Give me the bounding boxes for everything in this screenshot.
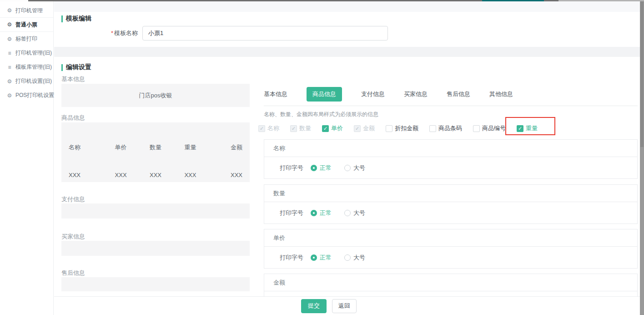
gear-icon: ⚙ <box>6 7 13 14</box>
radio-normal[interactable]: 正常 <box>311 209 332 217</box>
checkbox-icon: ✓ <box>354 125 361 132</box>
preview-goods-box: 名称 单价 数量 重量 金额 XXX XXX XXX XXX XXX <box>61 122 250 182</box>
sidebar-item-printer-management-old[interactable]: ≡ 打印机管理(旧) <box>0 46 53 60</box>
gear-icon: ⚙ <box>6 92 13 99</box>
required-fields-note: 名称、数量、金额因布局样式为必须展示的信息 <box>264 111 378 118</box>
checkbox-icon: ✓ <box>290 125 297 132</box>
tab-other-info[interactable]: 其他信息 <box>489 87 513 102</box>
top-band <box>54 1 640 12</box>
field-card-title: 数量 <box>264 185 637 202</box>
section-title: 模板编辑 <box>66 15 91 23</box>
checkbox-icon: ✓ <box>517 125 523 132</box>
preview-col-header: 名称 <box>69 143 103 152</box>
template-name-row: *模板名称 <box>54 26 388 41</box>
submit-button[interactable]: 提交 <box>301 299 327 313</box>
gear-icon: ⚙ <box>6 21 13 28</box>
checkbox-quantity: ✓ 数量 <box>290 122 311 134</box>
preview-buyer-label: 买家信息 <box>61 233 85 241</box>
preview-goods-label: 商品信息 <box>61 114 85 122</box>
radio-label: 正常 <box>320 209 332 217</box>
preview-col-header: 单价 <box>103 143 138 152</box>
checkbox-icon: ✓ <box>322 125 329 132</box>
font-size-radio-group: 正常 大号 <box>311 209 365 217</box>
template-name-label: *模板名称 <box>54 29 142 37</box>
checkbox-weight[interactable]: ✓ 重量 <box>517 122 538 134</box>
info-tabs: 基本信息 商品信息 支付信息 买家信息 售后信息 其他信息 <box>264 87 513 102</box>
sidebar-item-label-print[interactable]: ⚙ 标签打印 <box>0 32 53 46</box>
section-accent-bar <box>61 15 63 22</box>
section-separator <box>54 47 640 57</box>
preview-basic-box: 门店pos收银 <box>61 84 250 107</box>
sidebar-item-printer-management[interactable]: ⚙ 打印机管理 <box>0 4 53 18</box>
scrollbar-thumb[interactable] <box>640 1 644 147</box>
sidebar-item-label: 标签打印 <box>15 35 37 43</box>
checkbox-label: 重量 <box>526 124 538 132</box>
template-name-input[interactable] <box>142 26 388 41</box>
sidebar-item-label: 普通小票 <box>15 21 37 29</box>
checkbox-icon <box>429 125 436 132</box>
page: ⚙ 打印机管理 ⚙ 普通小票 ⚙ 标签打印 ≡ 打印机管理(旧) ≡ 模板库管理… <box>0 0 644 315</box>
preview-table-value-row: XXX XXX XXX XXX XXX <box>69 172 242 178</box>
template-edit-header: 模板编辑 <box>61 15 91 23</box>
sidebar-item-label: 模板库管理(旧) <box>15 63 52 71</box>
preview-basic-text: 门店pos收银 <box>139 91 172 100</box>
required-asterisk: * <box>111 30 113 36</box>
tab-goods-info[interactable]: 商品信息 <box>307 87 342 102</box>
radio-large[interactable]: 大号 <box>344 164 365 172</box>
sidebar-item-pos-printer-settings[interactable]: ⚙ POS打印机设置 <box>0 88 53 102</box>
radio-label: 大号 <box>353 209 365 217</box>
section-accent-bar <box>61 64 63 71</box>
radio-label: 正常 <box>320 254 332 262</box>
checkbox-icon <box>386 125 392 132</box>
sidebar-item-template-library-old[interactable]: ≡ 模板库管理(旧) <box>0 60 53 74</box>
preview-cell: XXX <box>208 172 242 178</box>
footer-action-bar: 提交 返回 <box>54 296 640 315</box>
sidebar-item-label: POS打印机设置 <box>15 91 54 99</box>
edit-settings-header: 编辑设置 <box>61 63 91 71</box>
print-font-size-label: 打印字号 <box>280 254 303 262</box>
radio-icon <box>344 165 351 171</box>
page-scrollbar[interactable] <box>640 1 644 315</box>
print-font-size-label: 打印字号 <box>280 209 303 217</box>
tab-buyer-info[interactable]: 买家信息 <box>404 87 428 102</box>
list-icon: ≡ <box>6 50 13 56</box>
list-icon: ≡ <box>6 64 13 71</box>
checkbox-label: 商品条码 <box>438 124 462 132</box>
radio-normal[interactable]: 正常 <box>311 254 332 262</box>
gear-icon: ⚙ <box>6 78 13 85</box>
back-button[interactable]: 返回 <box>332 299 357 313</box>
tab-payment-info[interactable]: 支付信息 <box>361 87 385 102</box>
preview-cell: XXX <box>138 172 173 178</box>
sidebar-item-label: 打印机设置(旧) <box>15 77 52 85</box>
radio-normal[interactable]: 正常 <box>311 164 332 172</box>
checkbox-goods-barcode[interactable]: 商品条码 <box>429 122 462 134</box>
radio-large[interactable]: 大号 <box>344 254 365 262</box>
main-content: 模板编辑 *模板名称 编辑设置 基本信息 门店pos收银 商品信息 名称 单价 … <box>54 1 640 315</box>
checkbox-discount-amount[interactable]: 折扣金额 <box>386 122 418 134</box>
sidebar-item-label: 打印机管理 <box>15 7 43 15</box>
preview-cell: XXX <box>173 172 207 178</box>
preview-buyer-box <box>61 241 250 256</box>
sidebar: ⚙ 打印机管理 ⚙ 普通小票 ⚙ 标签打印 ≡ 打印机管理(旧) ≡ 模板库管理… <box>0 1 54 315</box>
checkbox-label: 单价 <box>331 124 343 132</box>
sidebar-item-printer-settings-old[interactable]: ⚙ 打印机设置(旧) <box>0 74 53 88</box>
field-card-unit-price: 单价 打印字号 正常 大号 <box>264 229 638 269</box>
tab-basic-info[interactable]: 基本信息 <box>264 87 287 102</box>
preview-cell: XXX <box>103 172 138 178</box>
sidebar-item-label: 打印机管理(旧) <box>15 49 52 57</box>
sidebar-item-normal-receipt[interactable]: ⚙ 普通小票 <box>0 18 53 32</box>
field-card-title: 名称 <box>264 140 637 157</box>
tab-aftersale-info[interactable]: 售后信息 <box>447 87 470 102</box>
preview-aftersale-box <box>61 277 250 291</box>
radio-icon <box>311 165 317 171</box>
gear-icon: ⚙ <box>6 36 13 42</box>
checkbox-label: 名称 <box>267 124 279 132</box>
preview-col-header: 数量 <box>138 143 173 152</box>
checkbox-label: 数量 <box>299 124 311 132</box>
font-size-radio-group: 正常 大号 <box>311 164 365 172</box>
checkbox-goods-number[interactable]: 商品编号 <box>473 122 506 134</box>
checkbox-unit-price[interactable]: ✓ 单价 <box>322 122 343 134</box>
goods-field-checkboxes: ✓ 名称 ✓ 数量 ✓ 单价 ✓ 金额 折扣金额 商品条码 <box>258 122 538 134</box>
checkbox-icon: ✓ <box>258 125 265 132</box>
radio-large[interactable]: 大号 <box>344 209 365 217</box>
